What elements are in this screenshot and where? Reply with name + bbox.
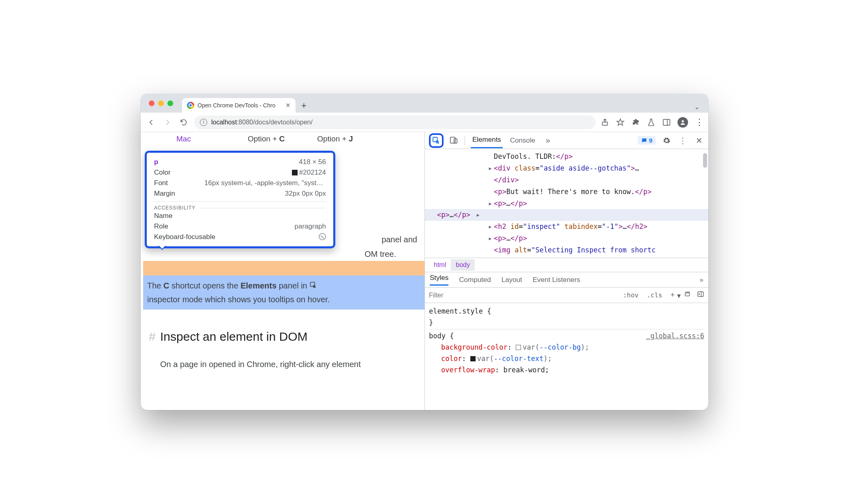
address-bar[interactable]: i localhost:8080/docs/devtools/open/ xyxy=(194,115,596,129)
styles-pane[interactable]: element.style { } body { _global.scss:6 … xyxy=(425,303,708,410)
tooltip-margin-label: Margin xyxy=(154,190,175,198)
window-controls xyxy=(149,100,173,106)
inspect-element-button[interactable] xyxy=(429,133,444,148)
partial-text-2: OM tree. xyxy=(364,247,396,261)
inspect-inline-icon xyxy=(309,280,317,286)
highlighted-paragraph[interactable]: The C shortcut opens the Elements panel … xyxy=(147,279,421,293)
back-button[interactable] xyxy=(146,117,157,128)
hov-toggle[interactable]: :hov xyxy=(619,291,643,299)
settings-icon[interactable] xyxy=(661,135,672,146)
paint-flash-icon[interactable] xyxy=(684,290,691,300)
subtab-event-listeners[interactable]: Event Listeners xyxy=(533,276,580,284)
tooltip-a11y-heading: ACCESSIBILITY xyxy=(154,201,326,211)
chrome-favicon-icon xyxy=(187,102,194,109)
color-swatch-icon[interactable] xyxy=(516,345,521,350)
tabs-dropdown-button[interactable]: ⌄ xyxy=(695,104,699,113)
partial-text-1: panel and xyxy=(382,233,417,246)
devtools-panel: Elements Console » 9 ⋮ ✕ DevTools. TLDR:… xyxy=(424,132,708,410)
side-panel-icon[interactable] xyxy=(662,118,671,127)
profile-avatar[interactable] xyxy=(677,117,688,128)
svg-point-2 xyxy=(682,120,684,122)
computed-panel-icon[interactable] xyxy=(697,290,704,300)
tooltip-focusable-label: Keyboard-focusable xyxy=(154,233,215,241)
share-icon[interactable] xyxy=(600,118,609,127)
subtab-styles[interactable]: Styles xyxy=(430,274,448,286)
maximize-window-button[interactable] xyxy=(167,100,173,106)
highlighted-paragraph-2[interactable]: inspector mode which shows you tooltips … xyxy=(147,293,421,306)
close-tab-button[interactable]: ✕ xyxy=(285,102,291,109)
mac-label: Mac xyxy=(176,135,191,143)
tooltip-tag: p xyxy=(154,158,158,166)
expand-caret-icon[interactable]: ▸ xyxy=(476,209,480,221)
breadcrumb: html body xyxy=(425,258,708,272)
tab-console[interactable]: Console xyxy=(508,133,537,148)
page-heading: Inspect an element in DOM xyxy=(160,330,420,344)
tooltip-size: 418 × 56 xyxy=(299,158,326,166)
page-viewport: Mac Option + C Option + J panel and OM t… xyxy=(141,132,424,410)
svg-rect-8 xyxy=(698,292,703,297)
expand-caret-icon[interactable]: ▸ xyxy=(488,198,492,209)
styles-filter-bar: :hov .cls +▾ xyxy=(425,288,708,303)
color-swatch-icon xyxy=(292,170,298,175)
tooltip-name-label: Name xyxy=(154,212,172,220)
crumb-html[interactable]: html xyxy=(429,259,451,271)
selected-dom-node[interactable]: ▸<p>…</p> xyxy=(425,209,708,221)
tab-title: Open Chrome DevTools - Chro xyxy=(197,102,275,109)
site-info-icon[interactable]: i xyxy=(200,119,207,126)
tab-elements[interactable]: Elements xyxy=(471,132,503,148)
svg-rect-1 xyxy=(663,119,670,125)
cls-toggle[interactable]: .cls xyxy=(643,291,667,299)
close-window-button[interactable] xyxy=(149,100,154,106)
not-focusable-icon xyxy=(319,233,326,240)
new-style-rule-button[interactable]: +▾ xyxy=(670,290,678,300)
inspect-tooltip: p418 × 56 Color#202124 Font16px system-u… xyxy=(145,151,335,248)
new-tab-button[interactable]: + xyxy=(301,101,307,113)
shortcut-option-c: Option + C xyxy=(248,135,285,143)
shortcut-row: Mac Option + C Option + J xyxy=(160,132,420,152)
shortcut-option-j: Option + J xyxy=(317,135,353,143)
content-highlight: The C shortcut opens the Elements panel … xyxy=(143,275,424,310)
bookmark-icon[interactable] xyxy=(616,118,625,127)
device-toggle-button[interactable] xyxy=(449,136,459,145)
forward-button[interactable] xyxy=(162,117,173,128)
expand-caret-icon[interactable]: ▸ xyxy=(488,221,492,233)
labs-icon[interactable] xyxy=(647,118,656,127)
reload-button[interactable] xyxy=(178,117,189,128)
tab-strip: Open Chrome DevTools - Chro ✕ + ⌄ xyxy=(141,94,708,113)
tooltip-color-value: #202124 xyxy=(292,169,326,177)
svg-rect-5 xyxy=(450,137,455,143)
expand-caret-icon[interactable]: ▸ xyxy=(488,162,492,174)
subtab-computed[interactable]: Computed xyxy=(459,276,491,284)
dom-tree[interactable]: DevTools. TLDR:</p> ▸<div class="aside a… xyxy=(425,149,708,258)
source-link[interactable]: _global.scss:6 xyxy=(646,330,704,342)
svg-rect-6 xyxy=(454,139,457,143)
color-swatch-icon[interactable] xyxy=(470,356,476,361)
svg-rect-7 xyxy=(685,293,690,296)
tooltip-font-value: 16px system-ui, -apple-system, "syste… xyxy=(204,179,326,187)
content-area: Mac Option + C Option + J panel and OM t… xyxy=(141,132,708,410)
tooltip-role-label: Role xyxy=(154,222,168,231)
body-paragraph: On a page in opened in Chrome, right-cli… xyxy=(160,357,420,371)
minimize-window-button[interactable] xyxy=(158,100,164,106)
issues-badge[interactable]: 9 xyxy=(638,136,656,145)
devtools-toolbar: Elements Console » 9 ⋮ ✕ xyxy=(425,132,708,149)
devtools-menu-icon[interactable]: ⋮ xyxy=(677,135,688,146)
extensions-icon[interactable] xyxy=(631,118,640,127)
tooltip-role-value: paragraph xyxy=(294,222,326,231)
tooltip-font-label: Font xyxy=(154,179,168,187)
styles-filter-input[interactable] xyxy=(425,292,619,299)
margin-highlight xyxy=(143,261,424,275)
kebab-menu-icon[interactable]: ⋮ xyxy=(695,118,703,127)
tooltip-margin-value: 32px 0px 0px xyxy=(285,190,326,198)
tabs-overflow-button[interactable]: » xyxy=(542,135,553,146)
browser-tab[interactable]: Open Chrome DevTools - Chro ✕ xyxy=(182,98,296,113)
browser-toolbar: i localhost:8080/docs/devtools/open/ ⋮ xyxy=(141,113,708,132)
styles-subtabs: Styles Computed Layout Event Listeners » xyxy=(425,272,708,288)
devtools-close-button[interactable]: ✕ xyxy=(694,135,704,146)
crumb-body[interactable]: body xyxy=(451,259,475,271)
subtabs-overflow[interactable]: » xyxy=(700,276,703,284)
expand-caret-icon[interactable]: ▸ xyxy=(488,233,492,244)
toolbar-actions: ⋮ xyxy=(600,117,703,128)
browser-window: Open Chrome DevTools - Chro ✕ + ⌄ i loca… xyxy=(141,94,708,410)
subtab-layout[interactable]: Layout xyxy=(502,276,522,284)
